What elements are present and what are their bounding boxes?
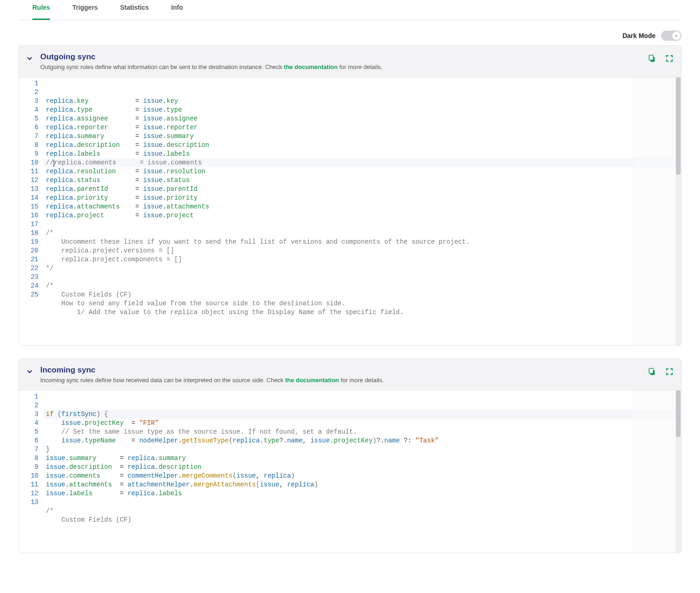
tab-info[interactable]: Info <box>171 0 183 20</box>
code-line[interactable]: /* <box>43 282 681 290</box>
tab-statistics[interactable]: Statistics <box>120 0 149 20</box>
code-line[interactable]: replica.resolution = issue.resolution <box>43 167 681 176</box>
incoming-doc-link[interactable]: the documentation <box>285 377 339 384</box>
code-line[interactable]: Uncomment these lines if you want to sen… <box>43 238 681 246</box>
outgoing-title: Outgoing sync <box>40 52 648 62</box>
code-line[interactable]: */ <box>43 264 681 273</box>
code-line[interactable]: if (firstSync) { <box>43 410 681 419</box>
incoming-title: Incoming sync <box>40 366 648 375</box>
code-line[interactable]: Custom Fields (CF) <box>43 290 681 299</box>
chevron-down-icon[interactable] <box>25 367 34 376</box>
dark-mode-toggle[interactable]: ✕ <box>661 31 681 41</box>
minimap[interactable] <box>633 391 675 553</box>
copy-icon[interactable] <box>648 54 656 63</box>
outgoing-gutter: 1234567891011121314151617181920212223242… <box>19 77 43 345</box>
code-line[interactable]: issue.labels = replica.labels <box>43 489 681 498</box>
vertical-scrollbar[interactable] <box>675 77 681 345</box>
code-line[interactable]: issue.attachments = attachmentHelper.mer… <box>43 480 681 489</box>
code-line[interactable]: replica.attachments = issue.attachments <box>43 202 681 211</box>
code-line[interactable] <box>43 498 681 507</box>
scroll-thumb[interactable] <box>676 77 681 175</box>
code-line[interactable]: replica.priority = issue.priority <box>43 194 681 202</box>
code-line[interactable]: issue.typeName = nodeHelper.getIssueType… <box>43 436 681 445</box>
code-line[interactable]: replica.parentId = issue.parentId <box>43 185 681 194</box>
code-line[interactable]: How to send any field value from the sou… <box>43 299 681 308</box>
code-line[interactable]: issue.comments = commentHelper.mergeComm… <box>43 472 681 480</box>
code-line[interactable]: issue.projectKey = "FIR" <box>43 419 681 428</box>
fullscreen-icon[interactable] <box>665 367 674 376</box>
copy-icon[interactable] <box>648 367 656 376</box>
code-line[interactable]: /* <box>43 507 681 516</box>
code-line[interactable]: replica.key = issue.key <box>43 97 681 106</box>
code-line[interactable]: } <box>43 445 681 454</box>
tab-triggers[interactable]: Triggers <box>72 0 98 20</box>
code-line[interactable]: Custom Fields (CF) <box>43 516 681 524</box>
code-line[interactable]: replica.project.components = [] <box>43 255 681 264</box>
outgoing-editor[interactable]: 1234567891011121314151617181920212223242… <box>19 77 681 345</box>
vertical-scrollbar[interactable] <box>675 391 681 553</box>
code-line[interactable]: replica.project.versions = [] <box>43 246 681 255</box>
code-line[interactable]: replica.labels = issue.labels <box>43 150 681 158</box>
incoming-gutter: 12345678910111213 <box>19 391 43 553</box>
incoming-editor[interactable]: 12345678910111213 if (firstSync) { issue… <box>19 391 681 553</box>
tab-bar: Rules Triggers Statistics Info <box>19 0 681 20</box>
code-line[interactable]: replica.summary = issue.summary <box>43 132 681 141</box>
panel-outgoing: Outgoing sync Outgoing sync rules define… <box>19 45 681 346</box>
code-line[interactable]: 1/ Add the value to the replica object u… <box>43 308 681 317</box>
code-line[interactable]: replica.status = issue.status <box>43 176 681 185</box>
code-line[interactable]: replica.reporter = issue.reporter <box>43 123 681 132</box>
code-line[interactable]: replica.description = issue.description <box>43 141 681 150</box>
scroll-thumb[interactable] <box>676 391 681 437</box>
fullscreen-icon[interactable] <box>665 54 674 63</box>
minimap[interactable] <box>633 77 675 345</box>
svg-rect-1 <box>649 55 653 60</box>
code-line[interactable]: // Set the same issue type as the source… <box>43 428 681 436</box>
code-line[interactable]: issue.description = replica.description <box>43 463 681 472</box>
code-line[interactable] <box>43 220 681 229</box>
code-line[interactable]: replica.project = issue.project <box>43 211 681 220</box>
toggle-knob-icon: ✕ <box>672 32 681 40</box>
incoming-description: Incoming sync rules define how received … <box>40 377 648 384</box>
code-line[interactable]: issue.summary = replica.summary <box>43 454 681 463</box>
outgoing-description: Outgoing sync rules define what informat… <box>40 63 648 70</box>
dark-mode-label: Dark Mode <box>622 32 656 39</box>
panel-incoming: Incoming sync Incoming sync rules define… <box>19 359 681 553</box>
code-line[interactable]: /* <box>43 229 681 238</box>
chevron-down-icon[interactable] <box>25 54 34 63</box>
code-line[interactable]: replica.assignee = issue.assignee <box>43 114 681 123</box>
tab-rules[interactable]: Rules <box>32 0 50 20</box>
code-line[interactable]: replica.type = issue.type <box>43 106 681 114</box>
outgoing-doc-link[interactable]: the documentation <box>284 63 338 70</box>
code-line[interactable] <box>43 273 681 282</box>
svg-rect-3 <box>649 368 653 373</box>
code-line[interactable]: //replica.comments = issue.comments <box>43 158 681 167</box>
